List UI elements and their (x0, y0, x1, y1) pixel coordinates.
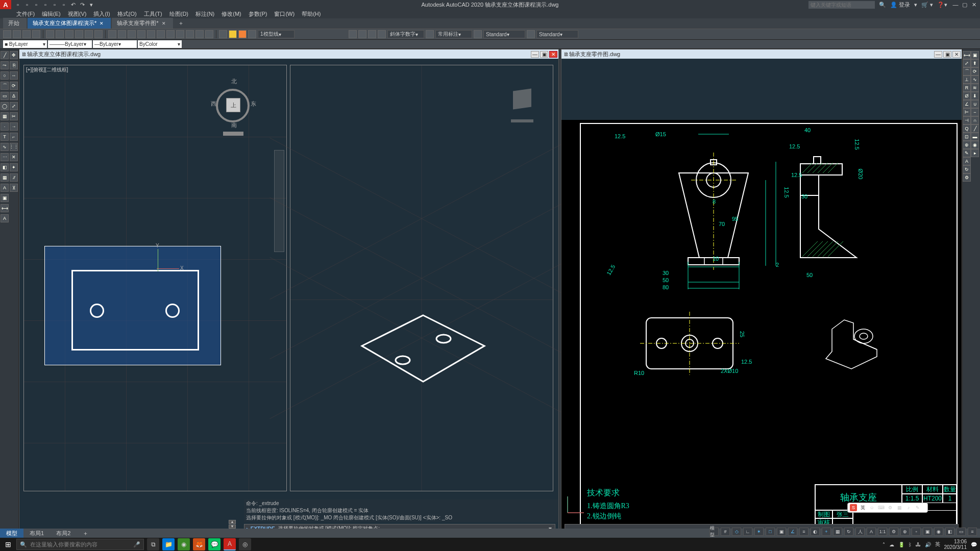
3d-box-icon[interactable]: ▣ (971, 51, 979, 59)
layer-freeze-icon[interactable] (238, 30, 247, 38)
dim-linear-icon[interactable]: ⟷ (963, 51, 971, 59)
explorer-icon[interactable]: 📁 (162, 538, 175, 550)
otrack-toggle-icon[interactable]: ∠ (788, 528, 797, 536)
join-tool-icon[interactable]: ⊻ (10, 184, 18, 192)
textstyle-dropdown[interactable]: 斜体字数字 ▾ (387, 30, 424, 38)
copy-tool-icon[interactable]: ⎘ (10, 61, 18, 69)
region-tool-icon[interactable]: ◧ (1, 163, 9, 171)
3d-sweep-icon[interactable]: ∿ (971, 76, 979, 84)
layer-dropdown[interactable]: 1模型线 ▾ (258, 30, 295, 38)
point-tool-icon[interactable]: · (1, 122, 9, 131)
arc-tool-icon[interactable]: ⌒ (1, 82, 9, 90)
menu-help[interactable]: 帮助(H) (299, 9, 324, 19)
anno-scale[interactable]: 1:1 (878, 528, 887, 536)
menu-format[interactable]: 格式(O) (114, 9, 140, 19)
cmd-scroll-down-icon[interactable]: ▼ (229, 524, 236, 529)
qat-drop-icon[interactable]: ▾ (88, 1, 95, 8)
scale-tool-icon[interactable]: ⤢ (10, 102, 18, 110)
restore-icon[interactable]: ▣ (540, 51, 548, 58)
spline-tool-icon[interactable]: ∿ (1, 143, 9, 151)
qat-open-icon[interactable]: ▫ (23, 1, 31, 8)
rect-tool-icon[interactable]: ▭ (1, 92, 9, 100)
menu-tools[interactable]: 工具(T) (141, 9, 165, 19)
minimize-icon[interactable]: — (934, 51, 942, 58)
extra-tool-icon[interactable]: A (1, 214, 9, 222)
linetype-dropdown[interactable]: ——— ByLayer ▾ (48, 40, 92, 48)
tool-icon[interactable] (75, 30, 83, 38)
tab-layout2[interactable]: 布局2 (50, 529, 77, 538)
hw-icon[interactable]: ◉ (934, 528, 943, 536)
array-tool-icon[interactable]: ⋮⋮ (10, 143, 18, 151)
menu-dim[interactable]: 标注(N) (192, 9, 217, 19)
cmd-scroll-up-icon[interactable]: ▲ (229, 520, 236, 524)
3d-imprint-icon[interactable]: ◉ (971, 141, 979, 149)
dim-textedit-icon[interactable]: A (963, 157, 971, 165)
qp-toggle-icon[interactable]: ▦ (833, 528, 842, 536)
grid-toggle-icon[interactable]: # (721, 528, 730, 536)
dim-dia-icon[interactable]: Ø (963, 92, 971, 100)
dyn-toggle-icon[interactable]: + (822, 528, 831, 536)
block-tool-icon[interactable]: ▣ (1, 194, 9, 202)
tool-icon[interactable] (128, 30, 136, 38)
menu-window[interactable]: 窗口(W) (271, 9, 298, 19)
dim-arc-icon[interactable]: ⌒ (963, 67, 971, 76)
ortho-toggle-icon[interactable]: ∟ (743, 528, 752, 536)
layer-on-icon[interactable] (229, 30, 237, 38)
dimstyle-dropdown[interactable]: 常用标注 ▾ (435, 30, 472, 38)
mirror-tool-icon[interactable]: ∆ (10, 92, 18, 100)
qat-save-icon[interactable]: ▫ (33, 1, 40, 8)
3d-thicken-icon[interactable]: ▬ (971, 133, 979, 141)
ws-switch-icon[interactable]: ⚙ (889, 528, 898, 536)
taskbar-clock[interactable]: 13:06 2020/3/11 (944, 539, 967, 550)
tool-icon[interactable] (22, 30, 31, 38)
dim-ang-icon[interactable]: ∠ (963, 100, 971, 108)
color-dropdown[interactable]: ■ ByLayer▾ (3, 40, 47, 48)
dim-tolerance-icon[interactable]: ⊡ (963, 133, 971, 141)
qat-plot-icon[interactable]: ▫ (60, 1, 67, 8)
pline-tool-icon[interactable]: ⤳ (1, 61, 9, 69)
hatch-tool-icon[interactable]: ▦ (1, 112, 9, 120)
isolate-icon[interactable]: ◧ (945, 528, 954, 536)
viewport-left[interactable]: 🗎 轴承支座立体图课程演示.dwg — ▣ ✕ [+][俯视][二维线框] (19, 49, 559, 538)
search-icon[interactable]: 🔍 (879, 2, 886, 8)
onedrive-icon[interactable]: ☁ (889, 542, 894, 547)
windows-search-input[interactable]: 🔍 在这里输入你要搜索的内容 🎤 (16, 539, 144, 550)
sc-toggle-icon[interactable]: ↻ (844, 528, 853, 536)
tool-icon[interactable] (186, 30, 194, 38)
dim-quick-icon[interactable]: Q (963, 124, 971, 133)
extend-tool-icon[interactable]: → (10, 122, 18, 131)
help-search-input[interactable] (808, 1, 875, 9)
tool-icon[interactable] (46, 30, 54, 38)
tool-icon[interactable] (378, 30, 386, 38)
tool-icon[interactable] (195, 30, 204, 38)
mtext-tool-icon[interactable]: A (1, 184, 9, 192)
ellipse-tool-icon[interactable]: ◯ (1, 102, 9, 110)
3d-intersect-icon[interactable]: ∩ (971, 116, 979, 124)
login-button[interactable]: 👤 登录 (890, 1, 910, 9)
ime-icon[interactable]: 英 (935, 541, 940, 548)
dim-style-icon[interactable]: ⚙ (963, 173, 971, 182)
autocad-icon[interactable]: A (224, 538, 236, 550)
tool-icon[interactable] (85, 30, 93, 38)
wechat-icon[interactable]: 💬 (208, 538, 220, 550)
anno-monitor-icon[interactable]: ⊕ (900, 528, 910, 536)
dim-aligned-icon[interactable]: ⤢ (963, 59, 971, 67)
app-logo[interactable]: A (0, 0, 11, 9)
dim-cont-icon[interactable]: ⊣ (963, 116, 971, 124)
3d-press-icon[interactable]: ⬇ (971, 92, 979, 100)
tool-icon[interactable] (32, 30, 40, 38)
tool-icon[interactable] (219, 30, 227, 38)
tool-icon[interactable] (157, 30, 165, 38)
doctab-2[interactable]: 轴承支座零件图*✕ (112, 18, 173, 29)
maximize-icon[interactable]: ▢ (961, 1, 969, 8)
move-tool-icon[interactable]: ✥ (10, 51, 18, 59)
tool-icon[interactable] (147, 30, 155, 38)
viewport-titlebar-left[interactable]: 🗎 轴承支座立体图课程演示.dwg — ▣ ✕ (19, 49, 558, 59)
minimize-icon[interactable]: — (951, 1, 960, 8)
transparency-icon[interactable]: ◐ (811, 528, 820, 536)
tool-icon[interactable] (368, 30, 376, 38)
ime-indicator[interactable]: S 英 ☺⌨⚙▦♪✎ (847, 503, 928, 513)
3dosnap-toggle-icon[interactable]: ▣ (777, 528, 786, 536)
firefox-icon[interactable]: 🦊 (193, 538, 205, 550)
tool-icon[interactable] (426, 30, 434, 38)
